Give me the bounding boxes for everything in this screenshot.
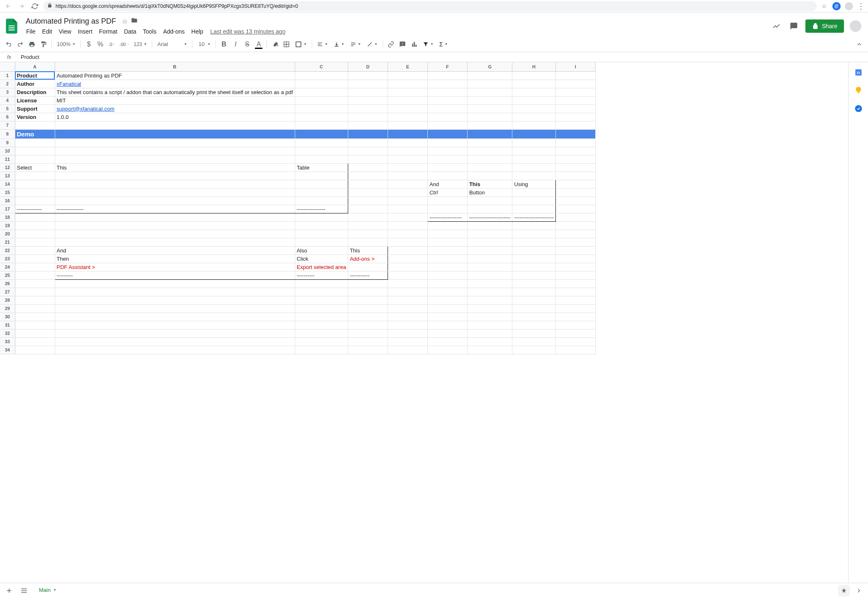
cell-A34[interactable] <box>15 346 55 354</box>
cell-G28[interactable] <box>467 296 512 304</box>
currency-button[interactable]: $ <box>83 39 94 50</box>
cell-H19[interactable] <box>512 221 555 230</box>
cell-F23[interactable] <box>427 254 467 263</box>
paint-format-button[interactable] <box>38 39 49 50</box>
cell-E26[interactable] <box>388 279 427 288</box>
cell-A8[interactable]: Demo <box>15 129 55 138</box>
col-header-A[interactable]: A <box>15 62 55 71</box>
cell-E27[interactable] <box>388 288 427 296</box>
cell-F7[interactable] <box>427 121 467 129</box>
cell-H8[interactable] <box>512 129 555 138</box>
cell-F25[interactable] <box>427 271 467 279</box>
cell-I27[interactable] <box>555 288 595 296</box>
cell-A22[interactable] <box>15 246 55 254</box>
cell-F15[interactable]: Ctrl <box>427 188 467 196</box>
cell-D12[interactable] <box>348 163 388 172</box>
cell-C16[interactable] <box>295 196 348 205</box>
cell-F29[interactable] <box>427 304 467 313</box>
cell-G13[interactable] <box>467 172 512 180</box>
row-header-29[interactable]: 29 <box>0 304 15 313</box>
cell-F20[interactable] <box>427 230 467 238</box>
cell-E24[interactable] <box>388 263 427 271</box>
cell-E5[interactable] <box>388 104 427 113</box>
cell-A4[interactable]: License <box>15 96 55 104</box>
cell-I23[interactable] <box>555 254 595 263</box>
functions-dropdown[interactable]: Σ▼ <box>437 41 451 48</box>
cell-C4[interactable] <box>295 96 348 104</box>
cell-I10[interactable] <box>555 147 595 155</box>
col-header-F[interactable]: F <box>427 62 467 71</box>
cell-C34[interactable] <box>295 346 348 354</box>
cell-G2[interactable] <box>467 80 512 88</box>
cell-G3[interactable] <box>467 88 512 96</box>
cell-G14[interactable]: This <box>467 180 512 188</box>
decrease-decimal-button[interactable]: .0← <box>107 39 117 50</box>
cell-I9[interactable] <box>555 138 595 147</box>
italic-button[interactable]: I <box>230 39 241 50</box>
cell-I33[interactable] <box>555 337 595 346</box>
row-header-22[interactable]: 22 <box>0 246 15 254</box>
cell-A12[interactable]: Select <box>15 163 55 172</box>
bold-button[interactable]: B <box>218 39 229 50</box>
menu-file[interactable]: File <box>23 27 39 36</box>
cell-E21[interactable] <box>388 238 427 246</box>
cell-C12[interactable]: Table <box>295 163 348 172</box>
row-header-31[interactable]: 31 <box>0 321 15 329</box>
cell-G8[interactable] <box>467 129 512 138</box>
cell-H24[interactable] <box>512 263 555 271</box>
cell-B32[interactable] <box>55 329 295 337</box>
cell-B22[interactable]: And <box>55 246 295 254</box>
cell-G5[interactable] <box>467 104 512 113</box>
cell-F18[interactable]: ------------------ <box>427 213 467 221</box>
cell-D18[interactable] <box>348 213 388 221</box>
row-header-23[interactable]: 23 <box>0 254 15 263</box>
cell-H31[interactable] <box>512 321 555 329</box>
row-header-34[interactable]: 34 <box>0 346 15 354</box>
row-header-1[interactable]: 1 <box>0 71 15 80</box>
cell-E9[interactable] <box>388 138 427 147</box>
cell-H18[interactable]: ---------------------- <box>512 213 555 221</box>
cell-A14[interactable] <box>15 180 55 188</box>
cell-G32[interactable] <box>467 329 512 337</box>
cell-I13[interactable] <box>555 172 595 180</box>
cell-I31[interactable] <box>555 321 595 329</box>
cell-G6[interactable] <box>467 113 512 121</box>
cell-G9[interactable] <box>467 138 512 147</box>
cell-A3[interactable]: Description <box>15 88 55 96</box>
cell-B30[interactable] <box>55 313 295 321</box>
cell-B23[interactable]: Then <box>55 254 295 263</box>
col-header-B[interactable]: B <box>55 62 295 71</box>
cell-F17[interactable] <box>427 205 467 213</box>
cell-D10[interactable] <box>348 147 388 155</box>
cell-D9[interactable] <box>348 138 388 147</box>
cell-C18[interactable] <box>295 213 348 221</box>
cell-B17[interactable]: --------------- <box>55 205 295 213</box>
cell-G12[interactable] <box>467 163 512 172</box>
share-button[interactable]: Share <box>805 19 844 33</box>
cell-H16[interactable] <box>512 196 555 205</box>
cell-F8[interactable] <box>427 129 467 138</box>
cell-E20[interactable] <box>388 230 427 238</box>
strikethrough-button[interactable]: S <box>242 39 252 50</box>
row-header-4[interactable]: 4 <box>0 96 15 104</box>
browser-back-button[interactable] <box>3 1 13 11</box>
cell-I12[interactable] <box>555 163 595 172</box>
cell-E25[interactable] <box>388 271 427 279</box>
cell-G27[interactable] <box>467 288 512 296</box>
cell-F1[interactable] <box>427 71 467 80</box>
cell-E6[interactable] <box>388 113 427 121</box>
cell-C8[interactable] <box>295 129 348 138</box>
cell-E3[interactable] <box>388 88 427 96</box>
cell-A5[interactable]: Support <box>15 104 55 113</box>
cell-B25[interactable]: --------- <box>55 271 295 279</box>
cell-F19[interactable] <box>427 221 467 230</box>
filter-dropdown[interactable]: ▼ <box>420 41 436 47</box>
cell-H21[interactable] <box>512 238 555 246</box>
wrap-dropdown[interactable]: ▼ <box>348 41 364 47</box>
cell-G33[interactable] <box>467 337 512 346</box>
cell-B2[interactable]: xFanatical <box>55 80 295 88</box>
v-align-dropdown[interactable]: ▼ <box>331 41 347 47</box>
row-header-11[interactable]: 11 <box>0 155 15 163</box>
zoom-dropdown[interactable]: 100% ▼ <box>54 41 78 47</box>
cell-G30[interactable] <box>467 313 512 321</box>
